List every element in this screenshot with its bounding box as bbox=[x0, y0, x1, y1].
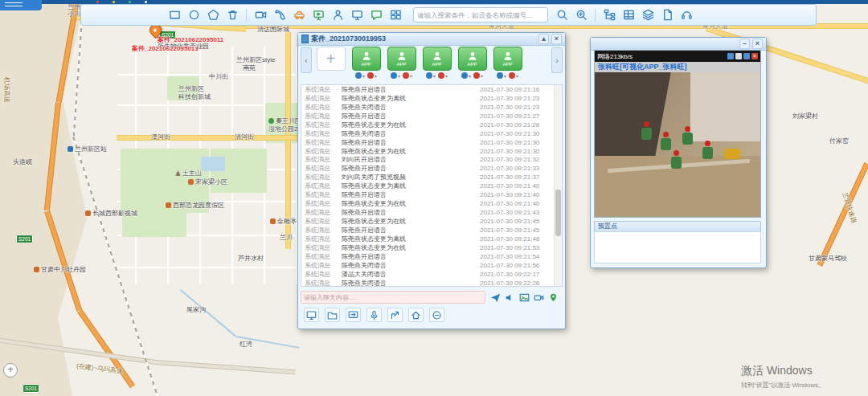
map-label: 刘家梁村 bbox=[792, 112, 818, 120]
toolbar-divider bbox=[246, 9, 247, 22]
strip-icon bbox=[129, 1, 131, 3]
draw-polygon-button[interactable] bbox=[204, 6, 222, 23]
snapshot-icon[interactable] bbox=[743, 53, 750, 59]
video-call-button[interactable] bbox=[252, 6, 269, 23]
case-panel: 案件_20210730019953 ▴ × ‹ + APP▾▾APP▾▾APP▾… bbox=[297, 32, 566, 329]
send-message-button[interactable] bbox=[489, 292, 501, 303]
member-card-label: APP bbox=[396, 62, 406, 67]
zoom-in-button[interactable]: + bbox=[3, 363, 18, 378]
chat-input[interactable] bbox=[301, 291, 485, 304]
push-screen-button[interactable] bbox=[346, 308, 361, 322]
video-control-dropdown[interactable]: ▾ bbox=[473, 72, 483, 79]
train-icon bbox=[68, 146, 73, 152]
search-advanced-button[interactable] bbox=[572, 6, 590, 23]
message-row: 系统消息陈尧燕关闭语音2021-07-30 09:21:23 bbox=[301, 103, 555, 112]
voice-message-button[interactable] bbox=[504, 292, 515, 303]
close-stream-icon[interactable]: × bbox=[751, 53, 758, 59]
close-video-button[interactable]: × bbox=[752, 39, 763, 49]
member-card[interactable]: APP▾▾ bbox=[350, 47, 383, 79]
video-control-dropdown[interactable]: ▾ bbox=[367, 72, 377, 79]
pin-panel-button[interactable]: ▴ bbox=[538, 34, 549, 44]
watermark-title: 激活 Windows bbox=[741, 364, 825, 378]
map-label: 甘肃蒙马驾校 bbox=[809, 254, 847, 263]
case-panel-titlebar[interactable]: 案件_20210730019953 ▴ × bbox=[298, 33, 565, 46]
message-list[interactable]: 系统消息陈尧燕开启语音2021-07-30 09:21:16系统消息陈尧燕状态变… bbox=[301, 84, 563, 287]
map-label: 土主山 bbox=[175, 169, 202, 178]
preset-list[interactable] bbox=[594, 231, 761, 263]
video-status-bar: 网络213kb/s × bbox=[595, 51, 760, 62]
photo-wall bbox=[595, 72, 671, 162]
minimize-video-button[interactable]: – bbox=[739, 39, 750, 49]
search-button[interactable] bbox=[553, 6, 571, 23]
member-card[interactable]: APP▾▾ bbox=[420, 47, 453, 79]
message-row: 系统消息陈尧燕关闭语音2021-07-30 09:21:56 bbox=[301, 261, 555, 270]
app-canvas: 兰州新区小川机场花苑所生物化学产业园兰州新区style南苑中川街兰州新区科技创新… bbox=[0, 0, 868, 396]
video-window[interactable]: 网络213kb/s × 张科旺[可视化APP_张科旺] bbox=[594, 50, 761, 218]
windows-watermark: 激活 Windows 转到“设置”以激活 Windows。 bbox=[741, 364, 825, 390]
scroll-left-button[interactable]: ‹ bbox=[301, 47, 312, 73]
layers-button[interactable] bbox=[639, 6, 657, 23]
scrollbar[interactable] bbox=[554, 85, 562, 286]
video-control-dropdown[interactable]: ▾ bbox=[509, 72, 518, 79]
live-video-button[interactable] bbox=[309, 6, 327, 23]
map-label: 兰州新区站 bbox=[68, 145, 107, 153]
member-card-label: APP bbox=[361, 62, 371, 67]
member-card-label: APP bbox=[467, 62, 477, 67]
scroll-right-button[interactable]: › bbox=[551, 47, 563, 73]
share-button[interactable] bbox=[387, 308, 403, 322]
message-row: 系统消息陈尧燕开启语音2021-07-30 09:21:45 bbox=[301, 226, 555, 235]
home-button[interactable] bbox=[408, 308, 424, 322]
preset-tab[interactable]: 预置点 bbox=[594, 221, 761, 232]
member-area: ‹ + APP▾▾APP▾▾APP▾▾APP▾▾APP▾▾ › bbox=[301, 47, 563, 84]
scrollbar-thumb[interactable] bbox=[555, 190, 561, 236]
tv-wall-button[interactable] bbox=[387, 6, 404, 23]
member-card[interactable]: APP▾▾ bbox=[385, 47, 418, 79]
tv-wall-push-button[interactable] bbox=[304, 308, 319, 322]
message-row: 系统消息陈尧燕状态变更为在线2021-07-30 09:21:30 bbox=[301, 147, 555, 156]
speaker-icon[interactable] bbox=[735, 53, 742, 59]
tree-view-button[interactable] bbox=[600, 6, 618, 23]
member-card-label: APP bbox=[502, 62, 512, 67]
member-card[interactable]: APP▾▾ bbox=[491, 47, 524, 79]
main-menu-button[interactable] bbox=[0, 0, 42, 10]
chat-row bbox=[301, 290, 563, 304]
audio-control-dropdown[interactable]: ▾ bbox=[355, 72, 365, 79]
message-row: 系统消息陈尧燕状态变更为离线2021-07-30 09:21:48 bbox=[301, 235, 555, 243]
video-control-dropdown[interactable]: ▾ bbox=[403, 72, 412, 79]
watermark-subtitle: 转到“设置”以激活 Windows。 bbox=[741, 381, 825, 390]
headset-button[interactable] bbox=[678, 6, 695, 23]
video-panel-titlebar[interactable]: – × bbox=[591, 38, 766, 51]
message-row: 系统消息陈尧燕开启语音2021-07-30 09:21:27 bbox=[301, 112, 555, 120]
video-control-dropdown[interactable]: ▾ bbox=[438, 72, 448, 79]
send-video-button[interactable] bbox=[533, 292, 544, 303]
audio-control-dropdown[interactable]: ▾ bbox=[461, 72, 471, 79]
voice-call-button[interactable] bbox=[271, 6, 289, 23]
delete-shape-button[interactable] bbox=[223, 6, 241, 23]
map-label: 红湾 bbox=[240, 340, 252, 349]
send-image-button[interactable] bbox=[518, 292, 530, 303]
case-marker-label: 案件_20210622095013 bbox=[132, 44, 199, 53]
send-location-button[interactable] bbox=[547, 292, 559, 303]
vehicle-dispatch-button[interactable] bbox=[290, 6, 308, 23]
message-row: 系统消息陈尧燕状态变更为离线2021-07-30 09:21:40 bbox=[301, 182, 555, 190]
chat-button[interactable] bbox=[367, 6, 385, 23]
archive-button[interactable] bbox=[325, 308, 340, 322]
screen-share-button[interactable] bbox=[348, 6, 366, 23]
audio-control-dropdown[interactable]: ▾ bbox=[391, 72, 400, 79]
draw-circle-button[interactable] bbox=[185, 6, 203, 23]
grid-icon[interactable] bbox=[727, 53, 734, 59]
microphone-button[interactable] bbox=[366, 308, 382, 322]
add-member-card[interactable]: + bbox=[314, 47, 347, 71]
remove-member-button[interactable] bbox=[429, 308, 444, 322]
add-member-button[interactable]: + bbox=[317, 47, 346, 71]
table-view-button[interactable] bbox=[620, 6, 637, 23]
personnel-button[interactable] bbox=[329, 6, 346, 23]
close-panel-button[interactable]: × bbox=[551, 34, 562, 44]
document-button[interactable] bbox=[658, 6, 676, 23]
audio-control-dropdown[interactable]: ▾ bbox=[426, 72, 436, 79]
member-card[interactable]: APP▾▾ bbox=[456, 47, 489, 79]
audio-control-dropdown[interactable]: ▾ bbox=[497, 72, 506, 79]
draw-rectangle-button[interactable] bbox=[166, 6, 183, 23]
search-input[interactable] bbox=[413, 7, 548, 22]
photo-worker bbox=[641, 121, 652, 140]
